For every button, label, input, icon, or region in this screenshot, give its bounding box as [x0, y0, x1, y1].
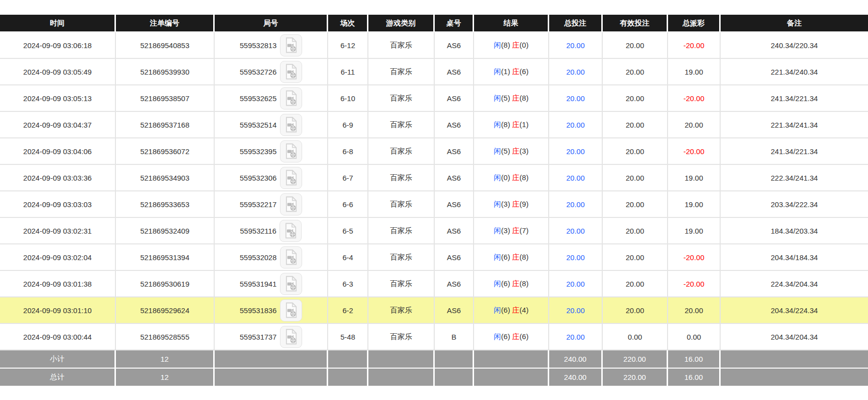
cell-session: 5-48 [328, 324, 368, 350]
cell-valid-bet: 20.00 [603, 112, 668, 138]
cell-round-id: 559532625 [215, 85, 328, 112]
round-id-number: 559531836 [240, 306, 277, 315]
cell-session: 6-4 [328, 244, 368, 271]
table-row: 2024-09-09 03:04:06521869536072559532395… [0, 138, 868, 165]
cell-order-id: 521869533653 [116, 191, 215, 218]
player-label: 闲 [494, 306, 501, 314]
footer-empty-cell [368, 350, 435, 369]
footer-empty-cell [368, 369, 435, 387]
cell-total-bet: 20.00 [549, 324, 603, 350]
video-replay-button[interactable] [280, 326, 302, 348]
cell-round-id: 559532028 [215, 244, 328, 271]
video-file-icon [284, 196, 299, 212]
cell-table-no: AS6 [435, 271, 474, 297]
video-replay-button[interactable] [280, 193, 302, 215]
round-id-group: 559532726 [215, 61, 327, 83]
player-label: 闲 [494, 94, 501, 102]
cell-remark: 204.34/184.34 [721, 244, 868, 271]
video-file-icon [284, 302, 299, 318]
cell-time: 2024-09-09 03:02:31 [0, 218, 116, 244]
banker-label: 庄 [512, 147, 520, 155]
table-row: 2024-09-09 03:05:49521869539930559532726… [0, 59, 868, 85]
footer-empty-cell [721, 350, 868, 369]
round-id-group: 559532306 [215, 167, 327, 189]
cell-total-bet: 20.00 [549, 112, 603, 138]
cell-total-bet: 20.00 [549, 244, 603, 271]
cell-game-type: 百家乐 [368, 59, 435, 85]
cell-payout: 19.00 [668, 59, 721, 85]
cell-total-bet: 20.00 [549, 165, 603, 191]
bet-records-table: 时间注单编号局号场次游戏类别桌号结果总投注有效投注总派彩备注 2024-09-0… [0, 15, 868, 387]
video-replay-button[interactable] [280, 273, 302, 295]
cell-time: 2024-09-09 03:01:38 [0, 271, 116, 297]
footer-count: 12 [116, 350, 215, 369]
round-id-number: 559532813 [240, 41, 277, 50]
cell-remark: 221.34/240.34 [721, 59, 868, 85]
video-replay-button[interactable] [280, 167, 302, 189]
round-id-group: 559531836 [215, 299, 327, 321]
cell-payout: -20.00 [668, 85, 721, 112]
cell-round-id: 559531941 [215, 271, 328, 297]
cell-table-no: AS6 [435, 59, 474, 85]
footer-empty-cell [435, 350, 474, 369]
cell-remark: 241.34/221.34 [721, 85, 868, 112]
banker-label: 庄 [512, 120, 520, 129]
cell-time: 2024-09-09 03:02:04 [0, 244, 116, 271]
cell-time: 2024-09-09 03:04:06 [0, 138, 116, 165]
video-replay-button[interactable] [280, 34, 302, 56]
table-row: 2024-09-09 03:04:37521869537168559532514… [0, 112, 868, 138]
cell-valid-bet: 20.00 [603, 165, 668, 191]
cell-game-type: 百家乐 [368, 324, 435, 350]
table-row: 2024-09-09 03:03:36521869534903559532306… [0, 165, 868, 191]
round-id-group: 559532116 [215, 220, 327, 242]
col-header-order-id: 注单编号 [116, 15, 215, 32]
col-header-table-no: 桌号 [435, 15, 474, 32]
video-replay-button[interactable] [280, 87, 302, 109]
footer-count: 12 [116, 369, 215, 387]
cell-order-id: 521869530619 [116, 271, 215, 297]
table-row: 2024-09-09 03:00:44521869528555559531737… [0, 324, 868, 350]
round-id-group: 559532395 [215, 140, 327, 162]
video-replay-button[interactable] [280, 220, 302, 242]
video-replay-button[interactable] [280, 299, 302, 321]
video-file-icon [284, 249, 299, 265]
cell-total-bet: 20.00 [549, 218, 603, 244]
cell-valid-bet: 20.00 [603, 138, 668, 165]
round-id-number: 559532726 [240, 68, 277, 76]
round-id-number: 559531737 [240, 333, 277, 341]
footer-total-bet: 240.00 [549, 369, 603, 387]
cell-time: 2024-09-09 03:00:44 [0, 324, 116, 350]
cell-time: 2024-09-09 03:03:03 [0, 191, 116, 218]
banker-label: 庄 [512, 94, 520, 102]
banker-label: 庄 [512, 200, 520, 208]
cell-round-id: 559531737 [215, 324, 328, 350]
cell-session: 6-9 [328, 112, 368, 138]
cell-remark: 222.34/241.34 [721, 165, 868, 191]
cell-result: 闲(5) 庄(8) [474, 85, 549, 112]
cell-payout: 19.00 [668, 165, 721, 191]
table-row: 2024-09-09 03:02:31521869532409559532116… [0, 218, 868, 244]
round-id-number: 559532625 [240, 94, 277, 103]
col-header-game-type: 游戏类别 [368, 15, 435, 32]
table-row: 2024-09-09 03:06:18521869540853559532813… [0, 32, 868, 59]
video-replay-button[interactable] [280, 246, 302, 268]
player-label: 闲 [494, 279, 501, 288]
col-header-remark: 备注 [721, 15, 868, 32]
cell-total-bet: 20.00 [549, 59, 603, 85]
player-label: 闲 [494, 253, 501, 261]
cell-payout: 20.00 [668, 297, 721, 324]
banker-label: 庄 [512, 332, 520, 341]
cell-result: 闲(5) 庄(3) [474, 138, 549, 165]
cell-table-no: AS6 [435, 85, 474, 112]
video-file-icon [284, 90, 299, 106]
video-replay-button[interactable] [280, 140, 302, 162]
player-label: 闲 [494, 200, 501, 208]
cell-table-no: AS6 [435, 218, 474, 244]
round-id-group: 559531941 [215, 273, 327, 295]
cell-time: 2024-09-09 03:05:13 [0, 85, 116, 112]
video-replay-button[interactable] [280, 114, 302, 136]
video-replay-button[interactable] [280, 61, 302, 83]
cell-time: 2024-09-09 03:06:18 [0, 32, 116, 59]
cell-game-type: 百家乐 [368, 297, 435, 324]
player-label: 闲 [494, 332, 501, 341]
